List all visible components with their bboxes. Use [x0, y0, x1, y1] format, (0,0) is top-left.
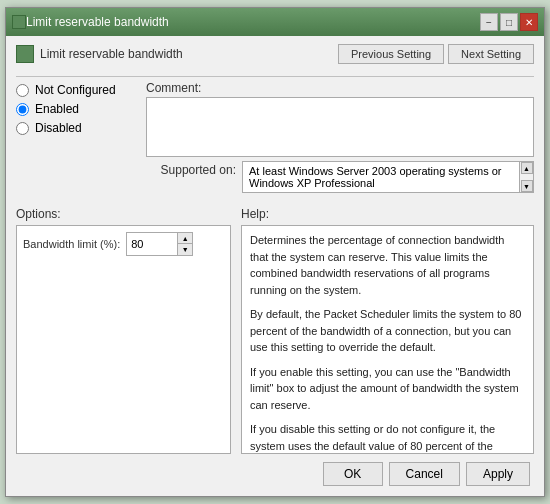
title-bar: Limit reservable bandwidth − □ ✕	[6, 8, 544, 36]
not-configured-label: Not Configured	[35, 83, 116, 97]
maximize-button[interactable]: □	[500, 13, 518, 31]
scroll-down-arrow[interactable]: ▼	[521, 180, 533, 192]
options-label: Options:	[16, 207, 231, 221]
comment-label: Comment:	[146, 81, 534, 95]
help-para-4: If you disable this setting or do not co…	[250, 421, 525, 454]
content-area: Limit reservable bandwidth Previous Sett…	[6, 36, 544, 496]
enabled-radio[interactable]	[16, 103, 29, 116]
close-button[interactable]: ✕	[520, 13, 538, 31]
supported-section: Supported on: At least Windows Server 20…	[146, 161, 534, 193]
enabled-label: Enabled	[35, 102, 79, 116]
help-panel: Help: Determines the percentage of conne…	[241, 207, 534, 454]
help-label: Help:	[241, 207, 534, 221]
comment-textarea[interactable]	[146, 97, 534, 157]
bandwidth-input[interactable]	[127, 236, 177, 252]
bandwidth-label: Bandwidth limit (%):	[23, 238, 120, 250]
top-section: Not Configured Enabled Disabled Comment:	[16, 81, 534, 201]
options-box: Bandwidth limit (%): ▲ ▼	[16, 225, 231, 454]
ok-button[interactable]: OK	[323, 462, 383, 486]
spin-down-button[interactable]: ▼	[178, 244, 192, 255]
previous-setting-button[interactable]: Previous Setting	[338, 44, 444, 64]
supported-value: At least Windows Server 2003 operating s…	[249, 165, 527, 189]
disabled-label: Disabled	[35, 121, 82, 135]
help-para-2: By default, the Packet Scheduler limits …	[250, 306, 525, 356]
next-setting-button[interactable]: Next Setting	[448, 44, 534, 64]
header-section: Limit reservable bandwidth Previous Sett…	[16, 44, 534, 64]
bandwidth-input-wrapper: ▲ ▼	[126, 232, 193, 256]
comment-section: Comment:	[146, 81, 534, 157]
header-title-text: Limit reservable bandwidth	[40, 47, 183, 61]
bandwidth-row: Bandwidth limit (%): ▲ ▼	[23, 232, 224, 256]
header-buttons: Previous Setting Next Setting	[338, 44, 534, 64]
window-icon	[12, 15, 26, 29]
supported-label: Supported on:	[146, 161, 236, 177]
main-window: Limit reservable bandwidth − □ ✕ Limit r…	[5, 7, 545, 497]
header-icon	[16, 45, 34, 63]
header-title: Limit reservable bandwidth	[16, 45, 183, 63]
help-para-3: If you enable this setting, you can use …	[250, 364, 525, 414]
options-panel: Options: Bandwidth limit (%): ▲ ▼	[16, 207, 231, 454]
apply-button[interactable]: Apply	[466, 462, 530, 486]
right-section: Comment: Supported on: At least Windows …	[146, 81, 534, 201]
minimize-button[interactable]: −	[480, 13, 498, 31]
spin-up-button[interactable]: ▲	[178, 233, 192, 244]
title-bar-buttons: − □ ✕	[480, 13, 538, 31]
scroll-up-arrow[interactable]: ▲	[521, 162, 533, 174]
radio-enabled: Enabled	[16, 102, 146, 116]
radio-section: Not Configured Enabled Disabled	[16, 81, 146, 201]
middle-section: Options: Bandwidth limit (%): ▲ ▼	[16, 207, 534, 454]
help-box: Determines the percentage of connection …	[241, 225, 534, 454]
title-bar-text: Limit reservable bandwidth	[26, 15, 480, 29]
divider	[16, 76, 534, 77]
not-configured-radio[interactable]	[16, 84, 29, 97]
radio-not-configured: Not Configured	[16, 83, 146, 97]
spin-buttons: ▲ ▼	[177, 233, 192, 255]
supported-scrollbar: ▲ ▼	[519, 162, 533, 192]
supported-box: At least Windows Server 2003 operating s…	[242, 161, 534, 193]
radio-disabled: Disabled	[16, 121, 146, 135]
footer: OK Cancel Apply	[16, 454, 534, 490]
help-para-1: Determines the percentage of connection …	[250, 232, 525, 298]
cancel-button[interactable]: Cancel	[389, 462, 460, 486]
disabled-radio[interactable]	[16, 122, 29, 135]
